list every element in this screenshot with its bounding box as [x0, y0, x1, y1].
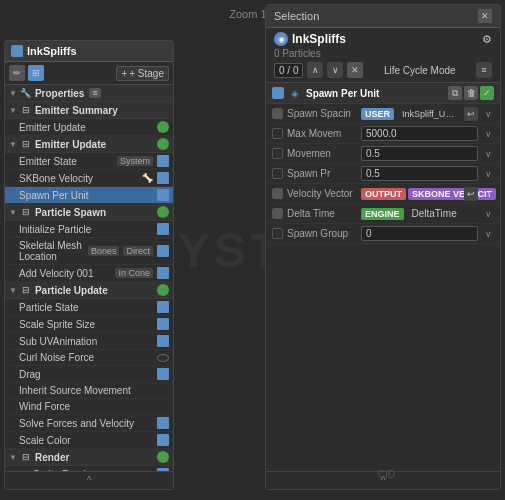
module-enabled-check[interactable]: ✓ — [480, 86, 494, 100]
movement-label: Movemen — [287, 148, 357, 159]
module-check — [272, 87, 284, 99]
particle-spawn-title: Particle Spawn — [35, 207, 106, 218]
skbone-velocity-item[interactable]: SKBone Velocity 🦴 — [5, 170, 173, 187]
delta-time-engine-tag[interactable]: ENGINE — [361, 208, 404, 220]
wind-force-item[interactable]: Wind Force — [5, 399, 173, 415]
particle-state-item[interactable]: Particle State — [5, 299, 173, 316]
sub-uv-check — [157, 335, 169, 347]
frame-counter: 0 / 0 — [274, 63, 303, 78]
spawn-prob-label: Spawn Pr — [287, 168, 357, 179]
curl-noise-item[interactable]: Curl Noise Force — [5, 350, 173, 366]
spawn-group-label: Spawn Group — [287, 228, 357, 239]
movement-check[interactable] — [272, 148, 283, 159]
spawn-prob-dropdown[interactable]: ∨ — [482, 168, 494, 180]
add-velocity-check — [157, 267, 169, 279]
solve-forces-item[interactable]: Solve Forces and Velocity — [5, 415, 173, 432]
cid-label: CID — [378, 469, 395, 480]
add-velocity-item[interactable]: Add Velocity 001 In Cone — [5, 265, 173, 282]
delta-time-dropdown[interactable]: ∨ — [482, 208, 494, 220]
left-content: ▼ 🔧 Properties ≡ ▼ ⊟ Emitter Summary Emi… — [5, 85, 173, 471]
stage-plus: + — [121, 68, 127, 79]
emitter-summary-icon: ⊟ — [20, 104, 32, 116]
left-panel-bottom: ^ — [5, 471, 173, 489]
add-velocity-badge: In Cone — [115, 268, 153, 278]
frame-value: 0 / 0 — [279, 65, 298, 76]
spawn-per-unit-item[interactable]: Spawn Per Unit — [5, 187, 173, 204]
max-movement-value[interactable]: 5000.0 — [361, 126, 478, 141]
module-actions: ⧉ 🗑 ✓ — [448, 86, 494, 100]
skeletal-mesh-check — [157, 245, 169, 257]
spawn-spacing-row: Spawn Spacin USER InkSpliff_UnitSpacing … — [266, 104, 500, 124]
scale-color-item[interactable]: Scale Color — [5, 432, 173, 449]
emitter-spawn-item[interactable]: Emitter Update — [5, 119, 173, 136]
spawn-spacing-check[interactable] — [272, 108, 283, 119]
max-movement-check[interactable] — [272, 128, 283, 139]
initialize-particle-item[interactable]: Initialize Particle — [5, 221, 173, 238]
add-velocity-label: Add Velocity 001 — [19, 268, 111, 279]
sub-uv-item[interactable]: Sub UVAnimation — [5, 333, 173, 350]
section-emitter-summary[interactable]: ▼ ⊟ Emitter Summary — [5, 102, 173, 119]
spawn-prob-value[interactable]: 0.5 — [361, 166, 478, 181]
skbone-velocity-label: SKBone Velocity — [19, 173, 138, 184]
stage-label: + Stage — [129, 68, 164, 79]
emitter-icon: ◉ — [274, 32, 288, 46]
particle-update-icon: ⊟ — [20, 284, 32, 296]
filter-button[interactable]: ≡ — [476, 62, 492, 78]
settings-icon[interactable]: ⚙ — [482, 33, 492, 46]
panel-checkbox[interactable] — [11, 45, 23, 57]
particle-update-title: Particle Update — [35, 285, 108, 296]
skeletal-direct-badge: Direct — [123, 246, 153, 256]
left-panel-title: InkSpliffs — [27, 45, 77, 57]
section-particle-spawn[interactable]: ▼ ⊟ Particle Spawn — [5, 204, 173, 221]
spawn-prob-check[interactable] — [272, 168, 283, 179]
velocity-vector-row: Velocity Vector OUTPUT SKBONE VELOCIT ↩ … — [266, 184, 500, 204]
delta-time-check[interactable] — [272, 208, 283, 219]
scale-color-label: Scale Color — [19, 435, 153, 446]
module-icon: ◈ — [288, 86, 302, 100]
spawn-spacing-label: Spawn Spacin — [287, 108, 357, 119]
movement-value[interactable]: 0.5 — [361, 146, 478, 161]
emitter-state-item[interactable]: Emitter State System — [5, 153, 173, 170]
close-lifecycle-button[interactable]: ✕ — [347, 62, 363, 78]
properties-title: Properties — [35, 88, 84, 99]
chevron-icon: ▼ — [9, 89, 17, 98]
particle-update-check — [157, 284, 169, 296]
spawn-spacing-link[interactable]: ↩ — [464, 107, 478, 121]
emitter-update-icon: ⊟ — [20, 138, 32, 150]
section-particle-update[interactable]: ▼ ⊟ Particle Update — [5, 282, 173, 299]
stage-button[interactable]: + + Stage — [116, 66, 169, 81]
spawn-per-unit-module[interactable]: ◈ Spawn Per Unit ⧉ 🗑 ✓ — [266, 83, 500, 104]
velocity-link[interactable]: ↩ — [464, 187, 478, 201]
next-frame-button[interactable]: ∨ — [327, 62, 343, 78]
left-collapse-arrow[interactable]: ^ — [87, 475, 92, 486]
spawn-spacing-dropdown[interactable]: ∨ — [482, 108, 494, 120]
scale-sprite-item[interactable]: Scale Sprite Size — [5, 316, 173, 333]
spawn-group-check[interactable] — [272, 228, 283, 239]
spawn-group-dropdown[interactable]: ∨ — [482, 228, 494, 240]
curl-noise-label: Curl Noise Force — [19, 352, 153, 363]
velocity-tags: OUTPUT SKBONE VELOCIT — [361, 188, 460, 200]
drag-item[interactable]: Drag — [5, 366, 173, 383]
close-button[interactable]: ✕ — [478, 9, 492, 23]
chevron-icon: ▼ — [9, 106, 17, 115]
velocity-output-tag[interactable]: OUTPUT — [361, 188, 406, 200]
section-emitter-update[interactable]: ▼ ⊟ Emitter Update — [5, 136, 173, 153]
movement-dropdown[interactable]: ∨ — [482, 148, 494, 160]
prev-frame-button[interactable]: ∧ — [307, 62, 323, 78]
velocity-dropdown[interactable]: ∨ — [482, 188, 494, 200]
grid-icon[interactable]: ⊞ — [28, 65, 44, 81]
spawn-group-value[interactable]: 0 — [361, 226, 478, 241]
pencil-icon[interactable]: ✏ — [9, 65, 25, 81]
section-properties[interactable]: ▼ 🔧 Properties ≡ — [5, 85, 173, 102]
velocity-vector-check[interactable] — [272, 188, 283, 199]
module-delete-icon[interactable]: 🗑 — [464, 86, 478, 100]
module-copy-icon[interactable]: ⧉ — [448, 86, 462, 100]
max-movement-dropdown[interactable]: ∨ — [482, 128, 494, 140]
spawn-spacing-user-tag[interactable]: USER — [361, 108, 394, 120]
skeletal-mesh-item[interactable]: Skeletal Mesh Location Bones Direct — [5, 238, 173, 265]
render-title: Render — [35, 452, 69, 463]
section-render[interactable]: ▼ ⊟ Render — [5, 449, 173, 466]
solve-forces-check — [157, 417, 169, 429]
spawn-per-unit-check — [157, 189, 169, 201]
inherit-source-item[interactable]: Inherit Source Movement — [5, 383, 173, 399]
